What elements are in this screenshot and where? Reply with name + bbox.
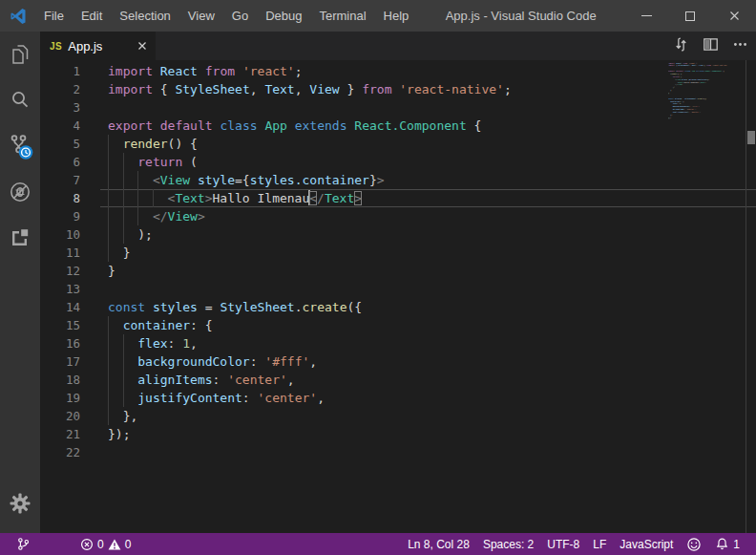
code-line-15[interactable]: 15container: {	[40, 316, 756, 334]
maximize-button[interactable]	[668, 0, 712, 32]
overview-ruler[interactable]	[746, 60, 756, 533]
line-number[interactable]: 14	[40, 298, 100, 316]
code-line-20[interactable]: 20},	[40, 407, 756, 425]
line-content[interactable]	[100, 280, 756, 298]
code-line-5[interactable]: 5render() {	[40, 135, 756, 153]
line-number[interactable]: 18	[40, 371, 100, 389]
activity-source-control[interactable]	[0, 123, 40, 169]
line-number[interactable]: 12	[40, 262, 100, 280]
line-number[interactable]: 8	[40, 189, 100, 207]
line-number[interactable]: 3	[40, 98, 100, 117]
code-line-22[interactable]: 22	[40, 443, 756, 461]
editor[interactable]: 1import React from 'react';2import { Sty…	[40, 60, 756, 533]
line-content[interactable]: <Text>Hallo Ilmenau</Text>	[100, 189, 756, 207]
status-eol[interactable]: LF	[586, 533, 613, 555]
line-content[interactable]: }	[100, 244, 756, 262]
line-number[interactable]: 15	[40, 316, 100, 334]
line-content[interactable]: export default class App extends React.C…	[100, 117, 756, 135]
code-line-16[interactable]: 16flex: 1,	[40, 334, 756, 352]
menu-debug[interactable]: Debug	[257, 0, 310, 32]
line-content[interactable]: });	[100, 425, 756, 443]
status-cursor-position[interactable]: Ln 8, Col 28	[401, 533, 476, 555]
code-line-2[interactable]: 2import { StyleSheet, Text, View } from …	[40, 80, 756, 98]
status-problems[interactable]: 00	[74, 533, 137, 555]
code-line-18[interactable]: 18alignItems: 'center',	[40, 371, 756, 389]
code-line-9[interactable]: 9</View>	[40, 207, 756, 225]
line-content[interactable]: return (	[100, 153, 756, 171]
code-line-8[interactable]: 8<Text>Hallo Ilmenau</Text>	[40, 189, 756, 207]
menu-go[interactable]: Go	[223, 0, 257, 32]
code-line-10[interactable]: 10);	[40, 225, 756, 244]
code-line-3[interactable]: 3	[40, 98, 756, 117]
menu-terminal[interactable]: Terminal	[310, 0, 374, 32]
tab-close-button[interactable]	[136, 40, 148, 52]
code-line-11[interactable]: 11}	[40, 244, 756, 262]
line-number[interactable]: 20	[40, 407, 100, 425]
line-content[interactable]	[100, 443, 756, 461]
code-line-1[interactable]: 1import React from 'react';	[40, 62, 756, 80]
manage-button[interactable]	[0, 481, 40, 525]
menu-help[interactable]: Help	[375, 0, 418, 32]
split-editor-button[interactable]	[703, 36, 719, 56]
code-line-4[interactable]: 4export default class App extends React.…	[40, 117, 756, 135]
status-indentation[interactable]: Spaces: 2	[476, 533, 540, 555]
line-number[interactable]: 5	[40, 135, 100, 153]
code-line-14[interactable]: 14const styles = StyleSheet.create({	[40, 298, 756, 316]
activity-extensions[interactable]	[0, 215, 40, 261]
line-content[interactable]: const styles = StyleSheet.create({	[100, 298, 756, 316]
status-source-control-status[interactable]	[10, 533, 37, 555]
line-number[interactable]: 21	[40, 425, 100, 443]
line-number[interactable]: 4	[40, 117, 100, 135]
line-number[interactable]: 16	[40, 334, 100, 352]
code-area[interactable]: 1import React from 'react';2import { Sty…	[40, 62, 756, 461]
code-line-7[interactable]: 7<View style={styles.container}>	[40, 171, 756, 189]
line-number[interactable]: 11	[40, 244, 100, 262]
code-line-21[interactable]: 21});	[40, 425, 756, 443]
code-line-6[interactable]: 6return (	[40, 153, 756, 171]
line-number[interactable]: 10	[40, 225, 100, 244]
status-language-mode[interactable]: JavaScript	[613, 533, 680, 555]
line-number[interactable]: 7	[40, 171, 100, 189]
line-content[interactable]	[100, 98, 756, 117]
line-content[interactable]: justifyContent: 'center',	[100, 389, 756, 407]
line-number[interactable]: 22	[40, 443, 100, 461]
line-number[interactable]: 9	[40, 207, 100, 225]
code-line-12[interactable]: 12}	[40, 262, 756, 280]
menu-file[interactable]: File	[35, 0, 73, 32]
line-number[interactable]: 6	[40, 153, 100, 171]
line-content[interactable]: </View>	[100, 207, 756, 225]
line-content[interactable]: flex: 1,	[100, 334, 756, 352]
line-number[interactable]: 1	[40, 62, 100, 80]
more-actions-button[interactable]	[732, 36, 748, 56]
menu-view[interactable]: View	[179, 0, 223, 32]
status-encoding[interactable]: UTF-8	[540, 533, 586, 555]
code-line-19[interactable]: 19justifyContent: 'center',	[40, 389, 756, 407]
line-content[interactable]: render() {	[100, 135, 756, 153]
activity-debug[interactable]	[0, 169, 40, 215]
line-number[interactable]: 13	[40, 280, 100, 298]
status-notifications[interactable]: 1	[708, 533, 746, 555]
tab-appjs[interactable]: JS App.js	[40, 32, 156, 60]
line-content[interactable]: alignItems: 'center',	[100, 371, 756, 389]
line-number[interactable]: 19	[40, 389, 100, 407]
minimap[interactable]: import React from 'react';import { Style…	[668, 60, 727, 251]
activity-explorer[interactable]	[0, 32, 40, 77]
activity-search[interactable]	[0, 77, 40, 123]
open-changes-button[interactable]	[673, 36, 689, 56]
line-content[interactable]: }	[100, 262, 756, 280]
line-content[interactable]: import React from 'react';	[100, 62, 756, 80]
line-number[interactable]: 2	[40, 80, 100, 98]
line-content[interactable]: backgroundColor: '#fff',	[100, 352, 756, 371]
line-content[interactable]: <View style={styles.container}>	[100, 171, 756, 189]
line-content[interactable]: import { StyleSheet, Text, View } from '…	[100, 80, 756, 98]
code-line-13[interactable]: 13	[40, 280, 756, 298]
minimize-button[interactable]	[624, 0, 668, 32]
code-line-17[interactable]: 17backgroundColor: '#fff',	[40, 352, 756, 371]
menu-selection[interactable]: Selection	[111, 0, 178, 32]
line-number[interactable]: 17	[40, 352, 100, 371]
close-button[interactable]	[712, 0, 756, 32]
menu-edit[interactable]: Edit	[73, 0, 111, 32]
line-content[interactable]: },	[100, 407, 756, 425]
line-content[interactable]: );	[100, 225, 756, 244]
status-feedback[interactable]	[680, 533, 708, 555]
